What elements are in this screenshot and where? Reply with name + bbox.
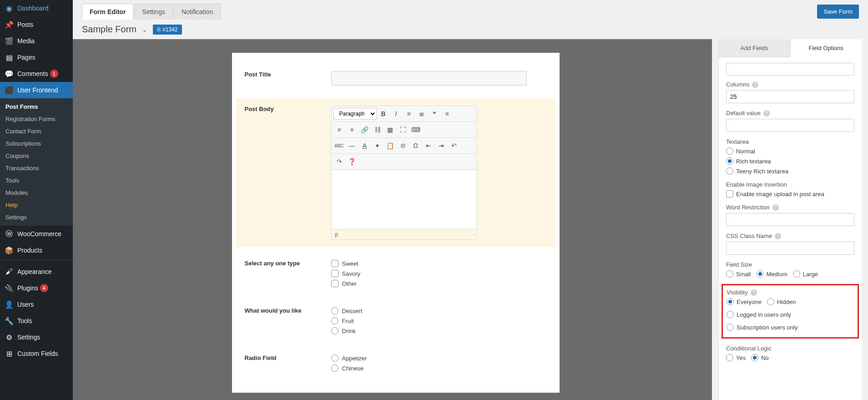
undo-icon[interactable]: ↶	[448, 140, 460, 152]
menu-item-dashboard[interactable]: ◉Dashboard	[0, 0, 73, 16]
panel-scrollbar[interactable]	[862, 39, 868, 400]
radio-no[interactable]	[751, 354, 758, 361]
strikethrough-icon[interactable]: ABC	[333, 140, 345, 152]
menu-item-user-frontend[interactable]: ⬛User Frontend	[0, 82, 73, 98]
menu-item-comments[interactable]: 💬Comments1	[0, 66, 73, 82]
radio[interactable]	[331, 307, 338, 314]
editor-textarea[interactable]	[332, 170, 476, 229]
radio-logged-in-users-only[interactable]	[727, 311, 734, 318]
menu-item-appearance[interactable]: 🖌Appearance	[0, 263, 73, 280]
chevron-down-icon[interactable]: ⌄	[142, 26, 147, 33]
menu-item-tools[interactable]: 🔧Tools	[0, 313, 73, 329]
field-checkbox[interactable]: Select any one type SweetSavoryOther	[245, 255, 547, 294]
help-icon[interactable]: ?	[772, 204, 779, 211]
radio-small[interactable]	[726, 270, 733, 278]
tab-field-options[interactable]: Field Options	[790, 39, 862, 57]
menu-item-products[interactable]: 📦Products	[0, 242, 73, 258]
tab-form-editor[interactable]: Form Editor	[82, 4, 133, 20]
help-icon[interactable]: ?	[775, 233, 781, 239]
submenu-item-registration-forms[interactable]: Registration Forms	[0, 113, 73, 125]
menu-item-pages[interactable]: ▤Pages	[0, 49, 73, 66]
readmore-icon[interactable]: ▦	[384, 124, 396, 136]
field-post-body[interactable]: Post Body Paragraph B I ≡ ≣ ❝	[236, 98, 556, 247]
submenu-item-help[interactable]: Help	[0, 199, 73, 211]
submenu-item-settings[interactable]: Settings	[0, 211, 73, 223]
form-id-badge[interactable]: ⎘ #1342	[153, 25, 182, 35]
checkbox[interactable]	[331, 270, 338, 277]
field-post-title[interactable]: Post Title	[245, 66, 547, 90]
paste-icon[interactable]: 📋	[384, 140, 396, 152]
radio-normal[interactable]	[726, 147, 733, 155]
post-title-input[interactable]	[331, 71, 527, 86]
radio[interactable]	[331, 327, 338, 334]
help-icon[interactable]: ❓	[346, 156, 358, 167]
save-form-button[interactable]: Save Form	[817, 5, 859, 19]
menu-item-custom-fields[interactable]: ⊞Custom Fields	[0, 345, 73, 362]
radio-large[interactable]	[793, 270, 800, 278]
link-icon[interactable]: 🔗	[359, 124, 371, 136]
menu-item-users[interactable]: 👤Users	[0, 296, 73, 313]
menu-item-media[interactable]: 🎬Media	[0, 33, 73, 49]
menu-item-plugins[interactable]: 🔌Plugins4	[0, 280, 73, 296]
submenu-item-post-forms[interactable]: Post Forms	[0, 101, 73, 113]
keyboard-icon[interactable]: ⌨	[410, 124, 422, 136]
radio-everyone[interactable]	[727, 298, 734, 305]
tab-settings[interactable]: Settings	[134, 4, 173, 20]
radio-yes[interactable]	[726, 354, 733, 361]
menu-item-woocommerce[interactable]: ⓦWooCommerce	[0, 226, 73, 242]
radio-rich-textarea[interactable]	[726, 157, 733, 165]
field-radio1[interactable]: What would you like DessertFruitDrink	[245, 303, 547, 342]
bold-icon[interactable]: B	[378, 108, 389, 120]
align-icon[interactable]: ≡	[441, 108, 453, 120]
submenu-item-contact-form[interactable]: Contact Form	[0, 125, 73, 137]
radio[interactable]	[331, 365, 338, 372]
number-list-icon[interactable]: ≣	[416, 108, 428, 120]
format-select[interactable]: Paragraph	[333, 108, 377, 120]
special-char-icon[interactable]: Ω	[410, 140, 422, 152]
submenu-item-tools[interactable]: Tools	[0, 174, 73, 187]
radio-medium[interactable]	[757, 270, 764, 278]
tab-add-fields[interactable]: Add Fields	[719, 39, 790, 57]
align-left-icon[interactable]: ≡	[333, 124, 345, 136]
redo-icon[interactable]: ↷	[333, 156, 345, 167]
unlink-icon[interactable]: ⛓	[372, 124, 384, 136]
menu-item-posts[interactable]: 📌Posts	[0, 16, 73, 33]
outdent-icon[interactable]: ⇤	[423, 140, 434, 152]
help-icon[interactable]: ?	[751, 289, 757, 296]
resize-handle-icon[interactable]: ⋰	[470, 233, 475, 238]
submenu-item-modules[interactable]: Modules	[0, 187, 73, 199]
checkbox[interactable]	[331, 280, 338, 287]
canvas-scrollbar[interactable]	[712, 39, 718, 400]
bullet-list-icon[interactable]: ≡	[403, 108, 415, 120]
css-class-input[interactable]	[726, 242, 854, 255]
help-icon[interactable]: ?	[763, 110, 770, 116]
help-icon[interactable]: ?	[752, 81, 758, 88]
tab-notification[interactable]: Notification	[174, 4, 221, 20]
radio[interactable]	[331, 354, 338, 362]
radio-teeny-rich-textarea[interactable]	[726, 167, 733, 175]
field-radio2[interactable]: Radio Field AppetizerChinese	[245, 350, 547, 379]
checkbox[interactable]	[331, 260, 338, 267]
menu-item-settings[interactable]: ⚙Settings	[0, 329, 73, 345]
text-color-icon[interactable]: A	[359, 140, 371, 152]
indent-icon[interactable]: ⇥	[435, 140, 447, 152]
italic-icon[interactable]: I	[390, 108, 402, 120]
submenu-item-transactions[interactable]: Transactions	[0, 162, 73, 174]
dropdown-icon[interactable]: ▾	[372, 140, 384, 152]
hr-icon[interactable]: —	[346, 140, 358, 152]
submenu-item-coupons[interactable]: Coupons	[0, 150, 73, 162]
columns-input[interactable]	[726, 90, 854, 103]
radio-hidden[interactable]	[767, 298, 774, 305]
fullscreen-icon[interactable]: ⛶	[397, 124, 409, 136]
default-value-input[interactable]	[726, 119, 854, 132]
radio-subscription-users-only[interactable]	[727, 324, 734, 331]
word-restrict-input[interactable]	[726, 213, 854, 226]
radio[interactable]	[331, 317, 338, 324]
copy-icon: ⎘	[157, 26, 161, 33]
truncated-input[interactable]	[726, 63, 854, 76]
submenu-item-subscriptions[interactable]: Subscriptions	[0, 137, 73, 150]
enable-image-checkbox[interactable]	[726, 190, 733, 197]
align-right-icon[interactable]: ≡	[346, 124, 358, 136]
quote-icon[interactable]: ❝	[429, 108, 440, 120]
clear-format-icon[interactable]: ⊘	[397, 140, 409, 152]
